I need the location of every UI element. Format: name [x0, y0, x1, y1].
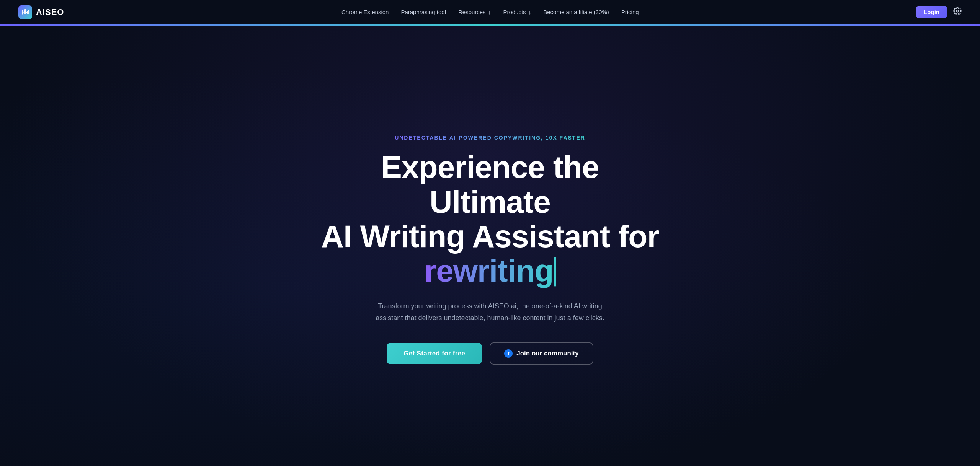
products-dropdown-arrow: ↓ — [528, 9, 531, 15]
hero-subtitle: Transform your writing process with AISE… — [371, 300, 609, 324]
hero-buttons: Get Started for free f Join our communit… — [387, 342, 593, 365]
logo-text: AISEO — [36, 7, 64, 17]
navbar: AISEO Chrome Extension Paraphrasing tool… — [0, 0, 980, 24]
nav-products[interactable]: Products ↓ — [503, 9, 531, 15]
svg-point-3 — [956, 10, 959, 12]
settings-icon[interactable] — [953, 7, 962, 17]
cursor-blink — [554, 257, 556, 287]
login-button[interactable]: Login — [916, 6, 947, 18]
logo-icon — [18, 5, 32, 19]
nav-pricing[interactable]: Pricing — [621, 9, 639, 15]
join-community-label: Join our community — [516, 350, 578, 357]
nav-affiliate[interactable]: Become an affiliate (30%) — [543, 9, 609, 15]
hero-eyebrow: UNDETECTABLE AI-POWERED COPYWRITING, 10X… — [395, 135, 585, 141]
nav-right: Login — [916, 6, 962, 18]
nav-links: Chrome Extension Paraphrasing tool Resou… — [341, 9, 639, 16]
hero-title-line1: Experience the Ultimate — [381, 150, 599, 219]
nav-resources[interactable]: Resources ↓ — [458, 9, 491, 15]
resources-dropdown-arrow: ↓ — [488, 9, 491, 15]
nav-paraphrasing-tool[interactable]: Paraphrasing tool — [401, 9, 446, 15]
logo-link[interactable]: AISEO — [18, 5, 64, 19]
hero-title: Experience the Ultimate AI Writing Assis… — [318, 150, 662, 288]
nav-chrome-extension[interactable]: Chrome Extension — [341, 9, 389, 15]
hero-title-line2: AI Writing Assistant for — [321, 219, 659, 254]
join-community-button[interactable]: f Join our community — [490, 342, 593, 365]
get-started-button[interactable]: Get Started for free — [387, 343, 482, 364]
hero-animated-word: rewriting — [424, 253, 553, 288]
hero-section: UNDETECTABLE AI-POWERED COPYWRITING, 10X… — [0, 26, 980, 466]
facebook-icon: f — [504, 349, 513, 358]
